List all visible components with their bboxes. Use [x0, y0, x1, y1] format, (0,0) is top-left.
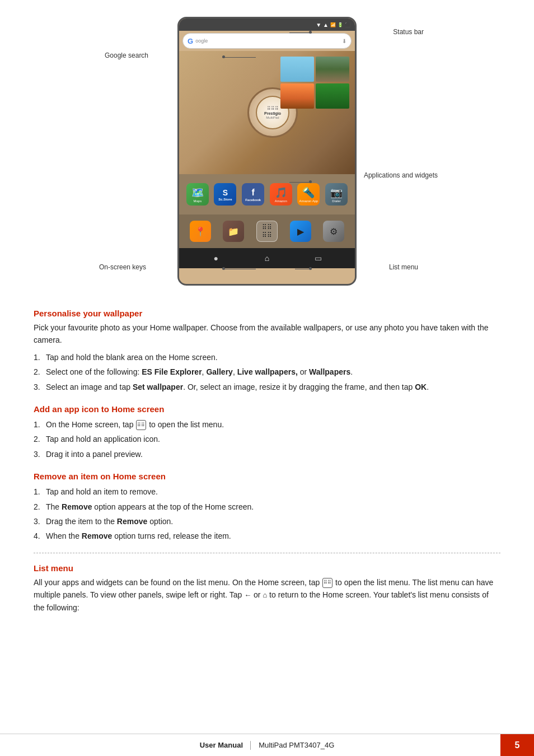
nav-back-btn: ●: [208, 250, 224, 266]
remove-step-4: 4.When the Remove option turns red, rele…: [34, 529, 500, 543]
app-icon-maps: 🗺️Maps: [186, 183, 209, 206]
photo-cell-mountain: [316, 57, 349, 82]
phone-bottom-row: 📍 📁 ⠿⠿⠿⠿ ▶ ⚙: [179, 214, 355, 248]
content-section: Personalise your wallpaper Pick your fav…: [0, 293, 534, 628]
list-menu-body: All your apps and widgets can be found o…: [34, 576, 500, 614]
diagram-section: Google search Status bar Applications an…: [71, 0, 463, 293]
personalise-step-1: 1.Tap and hold the blank area on the Hom…: [34, 350, 500, 365]
add-app-steps: 1. On the Home screen, tap ⠿⠿ to open th…: [34, 417, 500, 461]
app-icon-facebook: fFacebook: [242, 183, 264, 206]
add-app-step-3: 3.Drag it into a panel preview.: [34, 447, 500, 461]
footer-separator: │: [249, 741, 253, 749]
section-heading-list-menu: List menu: [34, 563, 500, 573]
clock-brand: Prestigio: [264, 111, 281, 115]
add-app-step-2: 2.Tap and hold an application icon.: [34, 432, 500, 446]
phone-status-bar: ▼▲ 📶 🔋 ⬛: [179, 18, 355, 31]
photo-cell-forest: [316, 83, 349, 109]
footer-page: 5: [500, 734, 534, 756]
app-icon-music: 🎵Amazon: [270, 183, 292, 206]
remove-step-1: 1.Tap and hold an item to remove.: [34, 484, 500, 499]
dock-icon-location: 📍: [190, 221, 211, 242]
remove-step-3: 3.Drag the item to the Remove option.: [34, 514, 500, 529]
callout-onscreen-keys: On-screen keys: [99, 263, 146, 271]
phone-app-row: 🗺️Maps SSc.Store fFacebook 🎵Amazon 🔦Amaz…: [179, 174, 355, 214]
dock-icon-grid: ⠿⠿⠿⠿: [256, 221, 278, 242]
remove-steps: 1.Tap and hold an item to remove. 2.The …: [34, 484, 500, 544]
app-icon-camera: 📷Dialer: [325, 183, 348, 206]
personalise-steps: 1.Tap and hold the blank area on the Hom…: [34, 350, 500, 394]
phone-search-bar: G oogle ⬇: [182, 33, 352, 49]
app-icon-store: SSc.Store: [214, 183, 236, 206]
grid-icon-inline-2: ⠿⠿: [322, 578, 332, 588]
section-heading-add-app: Add an app icon to Home screen: [34, 404, 500, 414]
photo-cell-sky: [280, 57, 314, 82]
nav-square-btn: ▭: [310, 250, 326, 266]
dock-icon-files: 📁: [223, 221, 244, 242]
nav-home-btn: ⌂: [259, 250, 275, 266]
personalise-step-3: 3.Select an image and tap Set wallpaper.…: [34, 380, 500, 394]
section-divider: [34, 553, 500, 553]
remove-step-2: 2.The Remove option appears at the top o…: [34, 500, 500, 514]
personalise-intro: Pick your favourite photo as your Home w…: [34, 321, 500, 347]
section-heading-personalise: Personalise your wallpaper: [34, 309, 500, 318]
callout-list-menu: List menu: [389, 263, 418, 271]
callout-google-search: Google search: [105, 52, 148, 59]
phone-nav-bar: ● ⌂ ▭: [179, 248, 355, 268]
status-icons: ▼▲ 📶 🔋 ⬛: [316, 22, 350, 28]
dock-icon-media: ▶: [290, 221, 311, 242]
photo-cell-sunset: [280, 83, 314, 109]
footer: User Manual │ MultiPad PMT3407_4G 5: [0, 734, 534, 756]
add-app-step-1: 1. On the Home screen, tap ⠿⠿ to open th…: [34, 417, 500, 432]
app-icon-flashlight: 🔦Amazon App: [297, 183, 320, 206]
personalise-step-2: 2.Select one of the following: ES File E…: [34, 365, 500, 379]
back-arrow-icon: ←: [244, 591, 251, 599]
grid-icon-inline: ⠿⠿: [136, 420, 146, 430]
callout-status-bar: Status bar: [393, 28, 424, 36]
footer-title: User Manual: [200, 741, 243, 749]
section-heading-remove: Remove an item on Home screen: [34, 472, 500, 481]
dock-icon-settings: ⚙: [323, 221, 344, 242]
home-icon-inline: ⌂: [263, 591, 267, 599]
callout-apps-widgets: Applications and widgets: [364, 171, 438, 180]
phone-wallpaper: ⠿⠿⠿ Prestigio MultiPad: [179, 51, 355, 174]
phone-mockup: ▼▲ 📶 🔋 ⬛ G oogle ⬇ ⠿⠿⠿ Presti: [177, 17, 357, 286]
footer-model: MultiPad PMT3407_4G: [259, 741, 334, 749]
photo-grid: [280, 57, 349, 109]
